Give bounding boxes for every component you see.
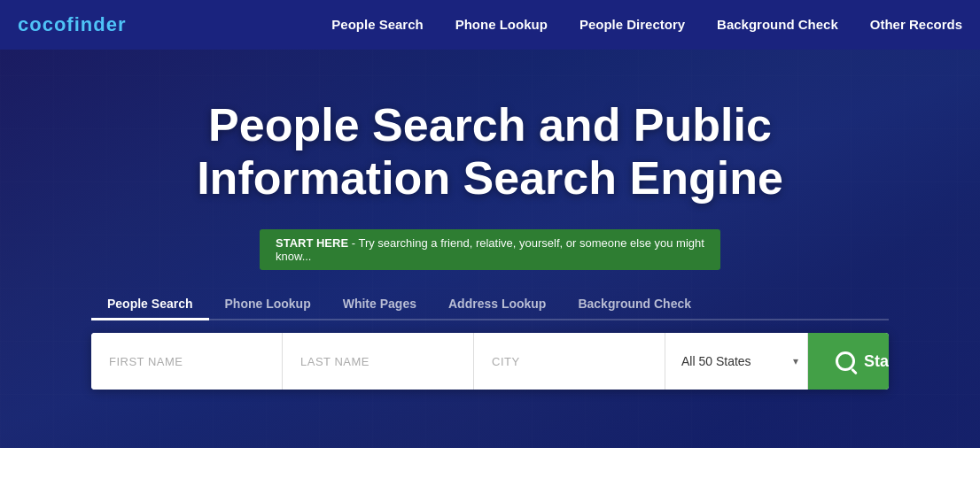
search-icon xyxy=(836,351,855,371)
below-hero xyxy=(0,448,980,494)
nav-phone-lookup[interactable]: Phone Lookup xyxy=(455,17,548,32)
nav-people-search[interactable]: People Search xyxy=(331,17,423,32)
tab-phone-lookup[interactable]: Phone Lookup xyxy=(209,289,327,320)
site-logo[interactable]: cocofinder xyxy=(18,13,126,36)
search-tabs: People SearchPhone LookupWhite PagesAddr… xyxy=(91,289,889,320)
first-name-input[interactable] xyxy=(91,333,283,390)
search-button-label: Start Search xyxy=(864,352,889,371)
state-select[interactable]: All 50 StatesAlabamaAlaskaArizonaArkansa… xyxy=(665,333,807,390)
start-search-button[interactable]: Start Search xyxy=(808,333,889,390)
start-here-banner: START HERE - Try searching a friend, rel… xyxy=(260,229,720,270)
hero-content: People Search and Public Information Sea… xyxy=(91,99,889,390)
search-bar: All 50 StatesAlabamaAlaskaArizonaArkansa… xyxy=(91,333,889,390)
hero-section: People Search and Public Information Sea… xyxy=(0,50,980,448)
nav-other-records[interactable]: Other Records xyxy=(870,17,962,32)
tab-address-lookup[interactable]: Address Lookup xyxy=(432,289,562,320)
tab-background-check[interactable]: Background Check xyxy=(562,289,707,320)
tab-white-pages[interactable]: White Pages xyxy=(327,289,432,320)
hero-title: People Search and Public Information Sea… xyxy=(91,99,889,205)
city-input[interactable] xyxy=(474,333,665,390)
last-name-input[interactable] xyxy=(283,333,474,390)
nav-background-check[interactable]: Background Check xyxy=(717,17,838,32)
nav-people-directory[interactable]: People Directory xyxy=(579,17,685,32)
navbar-links: People SearchPhone LookupPeople Director… xyxy=(331,17,962,33)
navbar: cocofinder People SearchPhone LookupPeop… xyxy=(0,0,980,50)
tab-people-search[interactable]: People Search xyxy=(91,289,209,320)
start-here-label: START HERE xyxy=(276,236,348,250)
state-select-wrapper: All 50 StatesAlabamaAlaskaArizonaArkansa… xyxy=(665,333,808,390)
